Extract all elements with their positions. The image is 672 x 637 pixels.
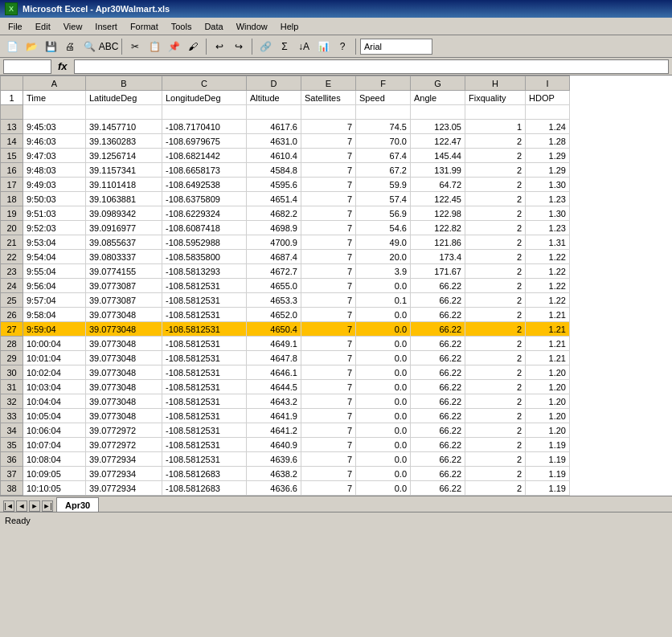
spreadsheet-container[interactable]: A B C D E F G H I 1TimeLatitudeDegLongit…: [0, 76, 672, 496]
menu-data[interactable]: Data: [198, 18, 229, 35]
cell-25-5[interactable]: 0.0: [356, 481, 411, 496]
cell-12-8[interactable]: 1.22: [526, 293, 570, 308]
cell-18-7[interactable]: 2: [465, 380, 526, 394]
cell-17-6[interactable]: 66.22: [411, 365, 465, 380]
cell-14-2[interactable]: -108.5812531: [162, 322, 247, 337]
cell-24-0[interactable]: 10:09:05: [23, 467, 86, 481]
cell-14-8[interactable]: 1.21: [526, 322, 570, 337]
cell-4-6[interactable]: 64.72: [411, 178, 465, 192]
cell-22-7[interactable]: 2: [465, 438, 526, 452]
cell-10-5[interactable]: 3.9: [356, 264, 411, 279]
cell-22-2[interactable]: -108.5812531: [162, 438, 247, 452]
cell-20-1[interactable]: 39.0773048: [86, 409, 162, 423]
cell-16-3[interactable]: 4647.8: [247, 351, 301, 365]
format-painter-button[interactable]: 🖌: [184, 38, 202, 55]
cell-24-2[interactable]: -108.5812683: [162, 467, 247, 481]
cell-6-1[interactable]: 39.0989342: [86, 206, 162, 221]
cell-20-7[interactable]: 2: [465, 409, 526, 423]
cell-13-6[interactable]: 66.22: [411, 308, 465, 322]
menu-edit[interactable]: Edit: [29, 18, 57, 35]
cell-21-4[interactable]: 7: [301, 423, 356, 438]
cell-19-1[interactable]: 39.0773048: [86, 394, 162, 409]
hyperlink-button[interactable]: 🔗: [256, 38, 274, 55]
cell-10-4[interactable]: 7: [301, 264, 356, 279]
cell-8-3[interactable]: 4700.9: [247, 235, 301, 250]
cell-3-7[interactable]: 2: [465, 163, 526, 178]
cell-7-6[interactable]: 122.82: [411, 221, 465, 235]
cell-11-5[interactable]: 0.0: [356, 279, 411, 293]
cell-15-8[interactable]: 1.21: [526, 337, 570, 351]
tab-prev-button[interactable]: ◄: [16, 500, 27, 512]
cell-5-0[interactable]: 9:50:03: [23, 192, 86, 206]
name-box[interactable]: [3, 59, 51, 74]
cell-6-8[interactable]: 1.30: [526, 206, 570, 221]
cell-12-7[interactable]: 2: [465, 293, 526, 308]
cell-4-2[interactable]: -108.6492538: [162, 178, 247, 192]
menu-window[interactable]: Window: [230, 18, 274, 35]
cell-0-5[interactable]: 74.5: [356, 120, 411, 134]
cell-7-3[interactable]: 4698.9: [247, 221, 301, 235]
save-button[interactable]: 💾: [42, 38, 59, 55]
cell-8-8[interactable]: 1.31: [526, 235, 570, 250]
col-c[interactable]: C: [162, 76, 247, 91]
cell-2-3[interactable]: 4610.4: [247, 149, 301, 163]
cell-8-1[interactable]: 39.0855637: [86, 235, 162, 250]
cell-0-1[interactable]: 39.1457710: [86, 120, 162, 134]
cell-22-3[interactable]: 4640.9: [247, 438, 301, 452]
cell-16-2[interactable]: -108.5812531: [162, 351, 247, 365]
cell-19-5[interactable]: 0.0: [356, 394, 411, 409]
cell-14-3[interactable]: 4650.4: [247, 322, 301, 337]
cell-13-0[interactable]: 9:58:04: [23, 308, 86, 322]
cell-7-4[interactable]: 7: [301, 221, 356, 235]
cell-4-3[interactable]: 4595.6: [247, 178, 301, 192]
cell-0-7[interactable]: 1: [465, 120, 526, 134]
col-a[interactable]: A: [23, 76, 86, 91]
redo-button[interactable]: ↪: [230, 38, 248, 55]
cell-21-6[interactable]: 66.22: [411, 423, 465, 438]
cell-17-8[interactable]: 1.20: [526, 365, 570, 380]
cell-5-1[interactable]: 39.1063881: [86, 192, 162, 206]
cell-16-1[interactable]: 39.0773048: [86, 351, 162, 365]
col-h[interactable]: H: [465, 76, 526, 91]
tab-next-button[interactable]: ►: [29, 500, 40, 512]
cell-7-5[interactable]: 54.6: [356, 221, 411, 235]
cell-7-8[interactable]: 1.23: [526, 221, 570, 235]
cell-21-3[interactable]: 4641.2: [247, 423, 301, 438]
cell-3-4[interactable]: 7: [301, 163, 356, 178]
cell-9-0[interactable]: 9:54:04: [23, 250, 86, 264]
cell-17-2[interactable]: -108.5812531: [162, 365, 247, 380]
cell-8-5[interactable]: 49.0: [356, 235, 411, 250]
col-f[interactable]: F: [356, 76, 411, 91]
cell-22-6[interactable]: 66.22: [411, 438, 465, 452]
header-cell-6[interactable]: Angle: [411, 91, 465, 105]
cell-0-3[interactable]: 4617.6: [247, 120, 301, 134]
cell-6-0[interactable]: 9:51:03: [23, 206, 86, 221]
cell-0-6[interactable]: 123.05: [411, 120, 465, 134]
cell-6-3[interactable]: 4682.2: [247, 206, 301, 221]
cell-21-1[interactable]: 39.0772972: [86, 423, 162, 438]
menu-file[interactable]: File: [2, 18, 29, 35]
cell-21-7[interactable]: 2: [465, 423, 526, 438]
cell-15-7[interactable]: 2: [465, 337, 526, 351]
cell-21-2[interactable]: -108.5812531: [162, 423, 247, 438]
cell-2-4[interactable]: 7: [301, 149, 356, 163]
cell-8-4[interactable]: 7: [301, 235, 356, 250]
cell-7-0[interactable]: 9:52:03: [23, 221, 86, 235]
cell-1-3[interactable]: 4631.0: [247, 134, 301, 149]
cell-22-4[interactable]: 7: [301, 438, 356, 452]
cell-5-4[interactable]: 7: [301, 192, 356, 206]
cell-20-6[interactable]: 66.22: [411, 409, 465, 423]
cell-15-6[interactable]: 66.22: [411, 337, 465, 351]
cell-2-7[interactable]: 2: [465, 149, 526, 163]
cell-13-8[interactable]: 1.21: [526, 308, 570, 322]
cell-15-2[interactable]: -108.5812531: [162, 337, 247, 351]
cell-17-1[interactable]: 39.0773048: [86, 365, 162, 380]
cell-11-1[interactable]: 39.0773087: [86, 279, 162, 293]
cell-1-7[interactable]: 2: [465, 134, 526, 149]
cell-2-1[interactable]: 39.1256714: [86, 149, 162, 163]
cell-0-8[interactable]: 1.24: [526, 120, 570, 134]
cell-5-3[interactable]: 4651.4: [247, 192, 301, 206]
cell-2-8[interactable]: 1.29: [526, 149, 570, 163]
cell-2-2[interactable]: -108.6821442: [162, 149, 247, 163]
menu-insert[interactable]: Insert: [88, 18, 124, 35]
